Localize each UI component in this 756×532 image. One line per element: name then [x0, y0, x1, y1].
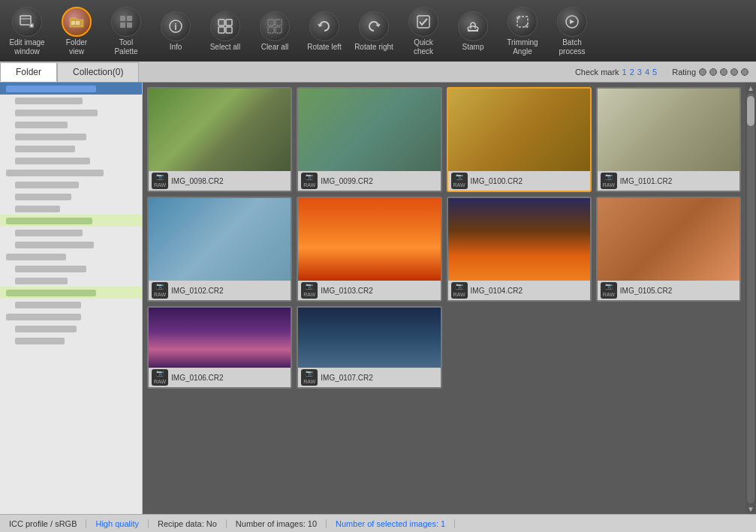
sidebar-item[interactable] [0, 275, 142, 287]
sidebar-item[interactable] [0, 287, 142, 299]
thumbnail-IMG_0105[interactable]: 📷RAW IMG_0105.CR2 [596, 197, 741, 302]
svg-rect-19 [268, 27, 274, 33]
scrollbar-track[interactable] [747, 93, 754, 503]
info-button[interactable]: i Info [152, 4, 200, 58]
sidebar-item[interactable] [0, 335, 142, 347]
checkmark-2[interactable]: 2 [630, 68, 634, 77]
sidebar-item[interactable] [0, 83, 142, 95]
sidebar-item[interactable] [0, 203, 142, 215]
batch-process-label: Batchprocess [559, 38, 585, 56]
thumbnail-image-IMG_0103 [298, 198, 440, 281]
tab-folder[interactable]: Folder [0, 62, 57, 82]
checkmark-label: Check mark [575, 68, 619, 77]
edit-image-window-button[interactable]: Edit imagewindow [3, 4, 51, 58]
checkmark-1[interactable]: 1 [622, 68, 627, 77]
svg-rect-20 [276, 27, 282, 33]
sidebar-item[interactable] [0, 119, 142, 131]
sidebar-item[interactable] [0, 227, 142, 239]
scrollbar-thumb[interactable] [747, 96, 754, 126]
toolbar: Edit imagewindow Folderview ToolPalette … [0, 0, 756, 62]
thumbnail-image-IMG_0099 [298, 89, 440, 171]
thumbnail-grid: 📷RAW IMG_0098.CR2 📷RAW IMG_0099.CR2 📷RAW… [147, 87, 741, 389]
sidebar-item[interactable] [0, 239, 142, 251]
thumbnail-footer-IMG_0105: 📷RAW IMG_0105.CR2 [598, 281, 739, 300]
thumbnail-IMG_0104[interactable]: 📷RAW IMG_0104.CR2 [447, 197, 592, 302]
rating-dot-1[interactable] [699, 68, 706, 76]
sidebar-item[interactable] [0, 263, 142, 275]
raw-badge-IMG_0103: 📷RAW [301, 282, 318, 298]
sidebar-item[interactable] [0, 191, 142, 203]
rotate-left-button[interactable]: Rotate left [300, 4, 348, 58]
thumbnail-IMG_0107[interactable]: 📷RAW IMG_0107.CR2 [297, 306, 441, 389]
batch-process-icon [557, 7, 587, 37]
thumbnail-IMG_0101[interactable]: 📷RAW IMG_0101.CR2 [596, 87, 741, 192]
raw-badge-IMG_0101: 📷RAW [601, 173, 617, 188]
sidebar-item[interactable] [0, 95, 142, 107]
quick-check-icon [408, 7, 438, 37]
svg-rect-21 [417, 16, 429, 28]
sidebar-item[interactable] [0, 179, 142, 191]
svg-rect-17 [268, 20, 274, 26]
checkmark-4[interactable]: 4 [645, 68, 649, 77]
svg-rect-15 [218, 27, 224, 33]
thumbnail-IMG_0099[interactable]: 📷RAW IMG_0099.CR2 [297, 87, 441, 192]
checkmark-3[interactable]: 3 [637, 68, 642, 77]
thumbnail-footer-IMG_0102: 📷RAW IMG_0102.CR2 [149, 281, 291, 300]
sidebar [0, 83, 143, 514]
thumbnail-image-IMG_0106 [149, 308, 291, 368]
thumbnail-image-IMG_0101 [598, 89, 739, 171]
thumbnail-name-IMG_0104: IMG_0104.CR2 [471, 287, 523, 295]
thumbnail-name-IMG_0105: IMG_0105.CR2 [620, 287, 672, 295]
stamp-button[interactable]: Stamp [449, 4, 497, 58]
folder-view-button[interactable]: Folderview [53, 4, 101, 58]
trimming-angle-button[interactable]: TrimmingAngle [498, 4, 547, 58]
sidebar-item[interactable] [0, 311, 142, 323]
thumbnail-IMG_0102[interactable]: 📷RAW IMG_0102.CR2 [147, 197, 292, 302]
thumbnail-IMG_0100[interactable]: 📷RAW IMG_0100.CR2 [447, 87, 592, 192]
thumbnail-IMG_0098[interactable]: 📷RAW IMG_0098.CR2 [147, 87, 292, 192]
sidebar-item[interactable] [0, 323, 142, 335]
tool-palette-button[interactable]: ToolPalette [102, 4, 150, 58]
rating-dot-5[interactable] [741, 68, 748, 76]
rating-dot-4[interactable] [730, 68, 738, 76]
tab-collection[interactable]: Collection(0) [57, 62, 139, 82]
quick-check-button[interactable]: Quickcheck [399, 4, 447, 58]
rotate-right-icon [359, 11, 389, 41]
raw-badge-IMG_0107: 📷RAW [301, 369, 318, 385]
trimming-angle-icon [508, 7, 538, 37]
thumbnail-footer-IMG_0103: 📷RAW IMG_0103.CR2 [298, 281, 440, 300]
svg-rect-6 [76, 21, 80, 25]
scrollbar-up-arrow[interactable]: ▲ [747, 84, 754, 92]
sidebar-item[interactable] [0, 155, 142, 167]
svg-rect-10 [127, 23, 132, 28]
sidebar-item[interactable] [0, 107, 142, 119]
rating-dot-3[interactable] [720, 68, 727, 76]
batch-process-button[interactable]: Batchprocess [548, 4, 596, 58]
rotate-right-button[interactable]: Rotate right [350, 4, 398, 58]
raw-badge-IMG_0098: 📷RAW [152, 173, 168, 188]
sidebar-item[interactable] [0, 215, 142, 227]
thumbnail-IMG_0106[interactable]: 📷RAW IMG_0106.CR2 [147, 306, 292, 389]
scrollbar-down-arrow[interactable]: ▼ [747, 505, 754, 512]
select-all-button[interactable]: Select all [201, 4, 249, 58]
clear-all-icon [260, 11, 290, 41]
thumbnail-grid-area: 📷RAW IMG_0098.CR2 📷RAW IMG_0099.CR2 📷RAW… [143, 83, 745, 514]
thumbnail-name-IMG_0103: IMG_0103.CR2 [321, 287, 372, 295]
raw-badge-IMG_0102: 📷RAW [152, 282, 168, 298]
thumbnail-IMG_0103[interactable]: 📷RAW IMG_0103.CR2 [297, 197, 441, 302]
sidebar-item[interactable] [0, 143, 142, 155]
thumbnail-footer-IMG_0100: 📷RAW IMG_0100.CR2 [448, 171, 590, 191]
quick-check-label: Quickcheck [414, 38, 433, 56]
grid-scrollbar[interactable]: ▲ ▼ [745, 83, 756, 514]
rating-dot-2[interactable] [709, 68, 717, 76]
sidebar-item[interactable] [0, 299, 142, 311]
raw-badge-IMG_0105: 📷RAW [601, 282, 617, 298]
clear-all-button[interactable]: Clear all [251, 4, 299, 58]
sidebar-item[interactable] [0, 131, 142, 143]
checkmark-5[interactable]: 5 [652, 68, 657, 77]
rating-area: Rating [664, 68, 756, 77]
sidebar-item[interactable] [0, 167, 142, 179]
thumbnail-name-IMG_0098: IMG_0098.CR2 [171, 177, 223, 185]
edit-image-window-label: Edit imagewindow [9, 38, 44, 56]
sidebar-item[interactable] [0, 251, 142, 263]
